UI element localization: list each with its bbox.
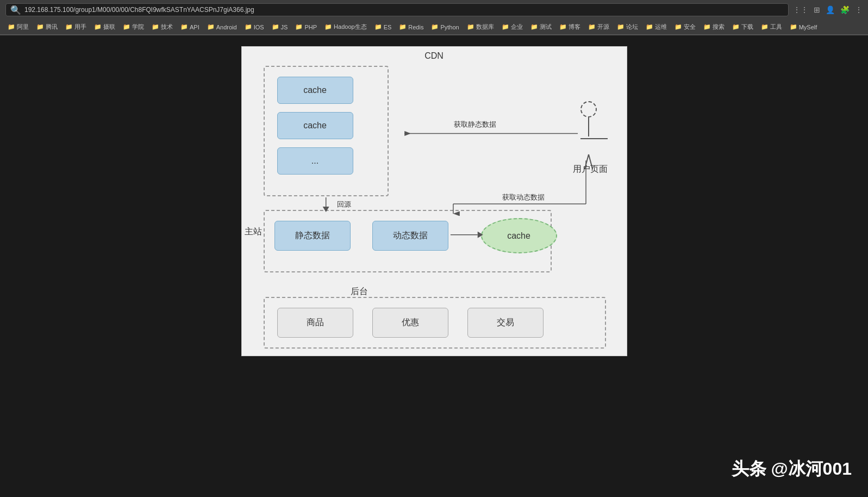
folder-icon: 📁 xyxy=(732,23,740,30)
address-url: 192.168.175.100/group1/M00/00/00/Ch8FQI9… xyxy=(24,6,254,14)
bookmark-js[interactable]: 📁 JS xyxy=(268,22,291,32)
bookmark-label: 企业 xyxy=(511,23,523,31)
folder-icon: 📁 xyxy=(245,23,252,30)
bookmark-label: IOS xyxy=(254,24,264,30)
bookmark-hadoop[interactable]: 📁 Hadoop生态 xyxy=(321,22,370,32)
diagram-container: CDN cache cache ... 用户页面 主站 xyxy=(241,46,627,356)
bookmark-kaiyuan[interactable]: 📁 开源 xyxy=(585,22,613,32)
folder-icon: 📁 xyxy=(502,23,509,30)
bookmark-xueyuan[interactable]: 📁 学院 xyxy=(120,22,147,32)
static-data-box: 静态数据 xyxy=(274,221,351,251)
folder-icon: 📁 xyxy=(36,23,44,30)
bookmark-label: 测试 xyxy=(540,23,552,31)
backend-label: 后台 xyxy=(351,286,368,297)
bookmarks-bar: 📁 阿里 📁 腾讯 📁 用手 📁 摄联 📁 学院 📁 技术 📁 API 📁 xyxy=(0,20,868,35)
bookmark-label: Redis xyxy=(408,24,423,30)
bookmark-label: 用手 xyxy=(74,23,86,31)
dynamic-data-label: 动态数据 xyxy=(393,230,428,241)
bookmark-luntan[interactable]: 📁 论坛 xyxy=(614,22,641,32)
user-page-label: 用户页面 xyxy=(573,164,608,175)
bookmark-api[interactable]: 📁 API xyxy=(177,22,203,32)
bookmark-label: 技术 xyxy=(161,23,173,31)
bookmark-php[interactable]: 📁 PHP xyxy=(292,22,320,32)
cache-box-2: cache xyxy=(277,112,353,139)
bookmark-label: ES xyxy=(384,24,392,30)
bookmark-anquan[interactable]: 📁 安全 xyxy=(671,22,699,32)
static-data-label: 静态数据 xyxy=(295,230,330,241)
folder-icon: 📁 xyxy=(123,23,130,30)
bookmark-label: Hadoop生态 xyxy=(334,23,367,31)
folder-icon: 📁 xyxy=(467,23,474,30)
bookmark-xiazai[interactable]: 📁 下载 xyxy=(729,22,757,32)
folder-icon: 📁 xyxy=(374,23,382,30)
bookmark-label: 开源 xyxy=(597,23,609,31)
trade-box: 交易 xyxy=(467,308,544,338)
bookmark-ios[interactable]: 📁 IOS xyxy=(241,22,267,32)
bookmark-db[interactable]: 📁 数据库 xyxy=(464,22,497,32)
bookmark-label: PHP xyxy=(304,24,317,30)
bookmark-label: 腾讯 xyxy=(46,23,58,31)
folder-icon: 📁 xyxy=(207,23,215,30)
folder-icon: 📁 xyxy=(295,23,303,30)
bookmark-android[interactable]: 📁 Android xyxy=(204,22,240,32)
address-bar-row: 🔍 192.168.175.100/group1/M00/00/00/Ch8FQ… xyxy=(0,0,868,20)
browser-icons: ⋮⋮ ⊞ 👤 🧩 ⋮ xyxy=(793,5,863,14)
folder-icon: 📁 xyxy=(324,23,332,30)
folder-icon: 📁 xyxy=(94,23,102,30)
cache-oval: cache xyxy=(481,218,557,253)
bookmark-label: Python xyxy=(440,24,459,30)
bookmark-gongju[interactable]: 📁 工具 xyxy=(758,22,785,32)
bookmark-sousuo[interactable]: 📁 搜索 xyxy=(700,22,728,32)
folder-icon: 📁 xyxy=(530,23,538,30)
user-body xyxy=(588,117,589,136)
bookmark-redis[interactable]: 📁 Redis xyxy=(396,22,427,32)
product-box: 商品 xyxy=(277,308,353,338)
discount-box: 优惠 xyxy=(372,308,448,338)
dynamic-data-box: 动态数据 xyxy=(372,221,448,251)
bookmark-python[interactable]: 📁 Python xyxy=(428,22,462,32)
bookmark-yunwei[interactable]: 📁 运维 xyxy=(642,22,670,32)
bookmark-label: 论坛 xyxy=(626,23,638,31)
folder-icon: 📁 xyxy=(588,23,596,30)
account-icon: 👤 xyxy=(826,5,835,14)
bookmarks-icon: ⋮⋮ xyxy=(793,5,808,14)
folder-icon: 📁 xyxy=(431,23,439,30)
folder-icon: 📁 xyxy=(559,23,567,30)
folder-icon: 📁 xyxy=(646,23,653,30)
bookmark-label: 数据库 xyxy=(476,23,494,31)
bookmark-qiye[interactable]: 📁 企业 xyxy=(498,22,526,32)
folder-icon: 📁 xyxy=(8,23,15,30)
folder-icon: 📁 xyxy=(675,23,682,30)
folder-icon: 📁 xyxy=(617,23,625,30)
search-icon: 🔍 xyxy=(10,5,21,15)
bookmark-jishu[interactable]: 📁 技术 xyxy=(148,22,176,32)
cache-label-2: cache xyxy=(303,121,327,131)
cache-box-dots: ... xyxy=(277,147,353,175)
bookmark-label: 运维 xyxy=(655,23,667,31)
cache-dots-label: ... xyxy=(311,156,319,166)
bookmark-ceshi[interactable]: 📁 测试 xyxy=(527,22,555,32)
bookmark-label: Android xyxy=(216,24,237,30)
bookmark-label: 阿里 xyxy=(17,23,29,31)
menu-icon: ⋮ xyxy=(855,5,863,14)
bookmark-es[interactable]: 📁 ES xyxy=(371,22,395,32)
bookmark-label: 下载 xyxy=(741,23,753,31)
watermark: 头条 @冰河001 xyxy=(732,457,852,481)
bookmark-label: 摄联 xyxy=(103,23,115,31)
bookmark-ali[interactable]: 📁 阿里 xyxy=(4,22,32,32)
svg-text:获取静态数据: 获取静态数据 xyxy=(453,120,496,128)
bookmark-shelian[interactable]: 📁 摄联 xyxy=(91,22,118,32)
cache-label-1: cache xyxy=(303,85,327,95)
bookmark-myself[interactable]: 📁 MySelf xyxy=(786,22,821,32)
folder-icon: 📁 xyxy=(272,23,279,30)
bookmark-label: API xyxy=(190,24,199,30)
folder-icon: 📁 xyxy=(65,23,73,30)
bookmark-label: MySelf xyxy=(799,24,817,30)
grid-icon: ⊞ xyxy=(814,5,820,14)
address-bar[interactable]: 🔍 192.168.175.100/group1/M00/00/00/Ch8FQ… xyxy=(5,3,789,16)
bookmark-yongshou[interactable]: 📁 用手 xyxy=(62,22,90,32)
folder-icon: 📁 xyxy=(790,23,797,30)
bookmark-tencent[interactable]: 📁 腾讯 xyxy=(33,22,61,32)
bookmark-boke[interactable]: 📁 博客 xyxy=(556,22,584,32)
user-figure xyxy=(580,101,597,136)
